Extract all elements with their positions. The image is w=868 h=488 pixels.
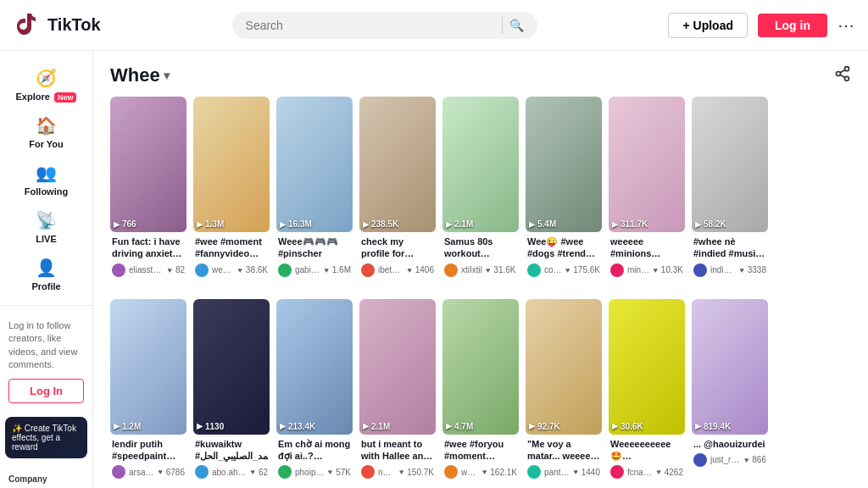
video-info: lendir putih #speedpaint #ibispaint... a… [110, 435, 186, 481]
video-thumbnail: ▶ 2.1M [359, 299, 436, 435]
username[interactable]: fcnantes [627, 468, 653, 477]
video-card[interactable]: ▶ 1.3M #wee #moment #fannyvideo #fanny..… [193, 97, 270, 279]
video-card[interactable]: ▶ 1.2M lendir putih #speedpaint #ibispai… [110, 299, 186, 481]
avatar [610, 465, 624, 479]
video-card[interactable]: ▶ 238.5K check my profile for anime thum… [359, 97, 436, 279]
username[interactable]: gabix_rb15 [295, 265, 320, 274]
page-title[interactable]: Whee ▾ [110, 64, 170, 86]
view-count: 58.2K [704, 219, 726, 229]
video-thumbnail: ▶ 311.7K [609, 97, 685, 232]
share-button[interactable] [834, 65, 851, 86]
sidebar-item-foryou[interactable]: 🏠 For You [0, 108, 92, 156]
avatar [278, 465, 292, 479]
video-description: Weeeeeeeeee 🤩 #ligue1ubereats #ligue... [610, 438, 683, 463]
like-icon: ♥ [486, 266, 490, 274]
upload-button[interactable]: + Upload [668, 13, 748, 38]
video-meta: wee_welt ♥ 162.1K [444, 465, 517, 479]
sidebar-item-profile[interactable]: 👤 Profile [0, 251, 92, 298]
video-thumbnail: ▶ 58.2K [692, 97, 768, 232]
video-card[interactable]: ▶ 2.1M but i meant to with Hallee and Ke… [359, 299, 436, 481]
like-count: 1.6M [332, 265, 351, 274]
video-meta: corgishka ♥ 175.6K [527, 263, 600, 277]
video-grid-row2: ▶ 1.2M lendir putih #speedpaint #ibispai… [110, 299, 851, 481]
tiktok-effects-banner[interactable]: ✨ Create TikTok effects, get a reward [5, 417, 87, 458]
sidebar-item-live[interactable]: 📡 LIVE [0, 203, 92, 251]
video-views: ▶ 5.4M [529, 219, 556, 229]
header-actions: + Upload Log in ⋯ [668, 13, 854, 38]
username[interactable]: indiewithd [710, 265, 736, 274]
video-card[interactable]: ▶ 766 Fun fact: i have driving anxiety s… [110, 97, 186, 279]
video-card[interactable]: ▶ 2.1M Samus 80s workout #samus #metroid… [442, 97, 519, 279]
login-button[interactable]: Log in [758, 14, 827, 37]
search-icon[interactable]: 🔍 [509, 19, 524, 32]
video-views: ▶ 238.5K [363, 219, 398, 229]
username[interactable]: arsassky [129, 468, 154, 477]
video-card[interactable]: ▶ 5.4M Wee😜 #wee #dogs #trend #popular #… [526, 97, 602, 279]
sidebar-item-following[interactable]: 👥 Following [0, 156, 92, 203]
username[interactable]: ibetbrayden [378, 265, 403, 274]
layout: 🧭 Explore New 🏠 For You 👥 Following 📡 LI… [0, 51, 868, 488]
username[interactable]: corgishka [544, 265, 562, 274]
video-meta: phoiphai.sad ♥ 57K [278, 465, 351, 479]
profile-icon: 👤 [36, 258, 57, 278]
video-thumbnail: ▶ 4.7M [442, 299, 519, 435]
video-card[interactable]: ▶ 213.4K Em chờ ai mong đợi ai..? #lunye… [276, 299, 353, 481]
search-input[interactable] [246, 19, 495, 32]
view-count: 92.7K [537, 422, 560, 431]
play-icon: ▶ [529, 422, 535, 430]
video-description: #whee nè #indied #music #typ #xuhuon... [693, 236, 766, 260]
username[interactable]: eliassthetics [129, 265, 164, 274]
avatar [444, 465, 458, 479]
view-count: 819.4K [704, 422, 731, 431]
video-description: but i meant to with Hallee and Kendra [361, 438, 434, 463]
video-card[interactable]: ▶ 4.7M #wee #foryou #moment #fanny @wee.… [442, 299, 519, 481]
avatar [278, 263, 292, 277]
video-thumbnail: ▶ 30.6K [609, 299, 685, 435]
video-thumbnail: ▶ 92.7K [526, 299, 602, 435]
logo[interactable]: TikTok [14, 12, 101, 39]
like-count: 38.6K [246, 265, 268, 274]
view-count: 213.4K [288, 422, 315, 431]
search-bar: 🔍 [232, 12, 537, 39]
video-thumbnail: ▶ 213.4K [276, 299, 353, 435]
video-card[interactable]: ▶ 819.4K ... @haouizurdei just_regox ♥ 8… [692, 299, 768, 481]
avatar [361, 263, 375, 277]
video-views: ▶ 2.1M [363, 422, 390, 431]
username[interactable]: wee_welt [461, 468, 479, 477]
video-thumbnail: ▶ 2.1M [442, 97, 519, 232]
video-card[interactable]: ▶ 92.7K "Me voy a matar... weeee!" . Ese… [526, 299, 602, 481]
video-thumbnail: ▶ 5.4M [526, 97, 602, 232]
video-info: Samus 80s workout #samus #metroid #80...… [442, 232, 519, 279]
username[interactable]: wee_welt [212, 265, 235, 274]
page-title-text: Whee [110, 64, 160, 86]
sidebar: 🧭 Explore New 🏠 For You 👥 Following 📡 LI… [0, 51, 93, 488]
username[interactable]: pantaneiro... [544, 468, 570, 477]
video-views: ▶ 16.3M [280, 219, 312, 229]
avatar [444, 263, 458, 277]
video-card[interactable]: ▶ 16.3M Weee🎮🎮🎮 #pinscher gabix_rb15 ♥ 1… [276, 97, 353, 279]
video-views: ▶ 311.7K [612, 219, 648, 229]
video-thumbnail: ▶ 1.2M [110, 299, 186, 435]
more-options-icon[interactable]: ⋯ [837, 15, 854, 36]
view-count: 311.7K [620, 219, 648, 229]
username[interactable]: xtiIxtil [461, 265, 482, 274]
share-icon [834, 65, 851, 82]
video-card[interactable]: ▶ 30.6K Weeeeeeeeee 🤩 #ligue1ubereats #l… [609, 299, 685, 481]
avatar [610, 263, 624, 277]
sidebar-login-button[interactable]: Log In [8, 379, 84, 403]
username[interactable]: minions [627, 265, 650, 274]
video-meta: xtiIxtil ♥ 31.6K [444, 263, 517, 277]
video-card[interactable]: ▶ 1130 #kuwaiktw #ابو_احمد_الصليبي_الحل.… [193, 299, 270, 481]
like-icon: ♥ [324, 266, 328, 274]
sidebar-divider [0, 305, 92, 306]
video-card[interactable]: ▶ 58.2K #whee nè #indied #music #typ #xu… [692, 97, 768, 279]
username[interactable]: noteasyb... [378, 468, 396, 477]
username[interactable]: phoiphai.sad [295, 468, 325, 477]
new-badge: New [54, 92, 77, 103]
username[interactable]: abo.ahmed8... [212, 468, 248, 477]
video-thumbnail: ▶ 819.4K [692, 299, 768, 435]
username[interactable]: just_regox [710, 455, 741, 464]
sidebar-item-explore[interactable]: 🧭 Explore New [0, 61, 92, 108]
video-card[interactable]: ▶ 311.7K weeeee #minions #mintok #rollin… [609, 97, 685, 279]
like-icon: ♥ [573, 468, 577, 476]
